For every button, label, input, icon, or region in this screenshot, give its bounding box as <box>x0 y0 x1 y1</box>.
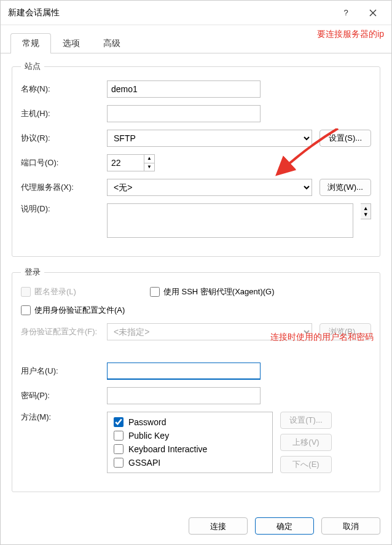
textarea-description[interactable] <box>107 203 353 238</box>
label-name: 名称(N): <box>21 84 107 95</box>
cancel-button[interactable]: 取消 <box>321 517 380 535</box>
legend-login: 登录 <box>21 267 44 278</box>
port-up-icon[interactable]: ▲ <box>144 155 154 163</box>
method-gssapi[interactable]: GSSAPI <box>114 458 266 468</box>
label-username: 用户名(U): <box>21 366 107 377</box>
select-protocol[interactable]: SFTP <box>107 130 312 147</box>
input-port[interactable] <box>107 154 144 171</box>
listbox-methods[interactable]: Password Public Key Keyboard Interactive… <box>107 412 273 473</box>
tab-advanced[interactable]: 高级 <box>92 33 132 53</box>
input-host[interactable] <box>107 105 261 122</box>
label-protocol: 协议(R): <box>21 133 107 144</box>
label-method: 方法(M): <box>21 412 107 423</box>
move-down-button: 下へ(E) <box>280 456 332 473</box>
checkbox-xagent[interactable]: 使用 SSH 密钥代理(Xagent)(G) <box>150 286 275 297</box>
method-keyboard[interactable]: Keyboard Interactive <box>114 444 266 454</box>
select-proxy[interactable]: <无> <box>107 179 312 196</box>
annotation-server-ip: 要连接服务器的ip <box>317 29 384 40</box>
close-icon <box>369 9 377 17</box>
spinner-port[interactable]: ▲ ▼ <box>107 154 155 171</box>
method-publickey[interactable]: Public Key <box>114 431 266 441</box>
settings-button[interactable]: 设置(S)... <box>319 130 371 147</box>
label-proxy: 代理服务器(X): <box>21 182 107 193</box>
label-port: 端口号(O): <box>21 157 107 168</box>
scroll-up-icon[interactable]: ▲ <box>363 205 369 211</box>
annotation-user-pass: 连接时使用的用户名和密码 <box>270 332 374 343</box>
ok-button[interactable]: 确定 <box>255 517 314 535</box>
checkbox-authfile[interactable]: 使用身份验证配置文件(A) <box>21 305 125 316</box>
close-button[interactable] <box>359 1 386 25</box>
label-authprofile: 身份验证配置文件(F): <box>21 326 107 337</box>
group-site: 站点 名称(N): 主机(H): 协议(R): SFTP 设置(S)... 端口… <box>12 61 380 257</box>
label-password: 密码(P): <box>21 390 107 401</box>
input-password[interactable] <box>107 387 261 404</box>
tab-general[interactable]: 常规 <box>10 33 51 53</box>
move-up-button: 上移(V) <box>280 434 332 451</box>
scrollbar[interactable]: ▲▼ <box>361 203 371 219</box>
connect-button[interactable]: 连接 <box>189 517 248 535</box>
label-description: 说明(D): <box>21 203 107 214</box>
checkbox-anonymous[interactable]: 匿名登录(L) <box>21 286 76 297</box>
method-settings-button: 设置(T)... <box>280 412 332 429</box>
label-host: 主机(H): <box>21 108 107 119</box>
help-button[interactable]: ? <box>332 1 359 25</box>
input-name[interactable] <box>107 80 261 98</box>
legend-site: 站点 <box>21 61 44 72</box>
method-password[interactable]: Password <box>114 417 266 427</box>
browse-proxy-button[interactable]: 浏览(W)... <box>319 179 371 196</box>
window-title: 新建会话属性 <box>8 7 332 18</box>
port-down-icon[interactable]: ▼ <box>144 163 154 171</box>
group-login: 登录 匿名登录(L) 使用 SSH 密钥代理(Xagent)(G) 使用身份验证… <box>12 267 380 492</box>
input-username[interactable] <box>107 363 261 380</box>
tab-options[interactable]: 选项 <box>51 33 92 53</box>
scroll-down-icon[interactable]: ▼ <box>363 211 369 218</box>
